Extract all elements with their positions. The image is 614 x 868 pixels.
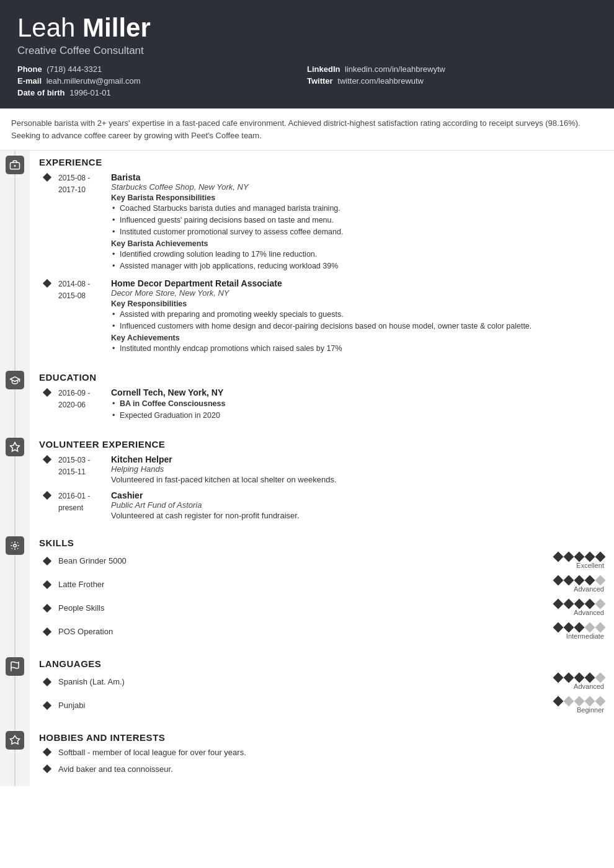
twitter-label: Twitter	[307, 76, 333, 86]
vol-date-end-1: 2015-11	[58, 466, 111, 478]
lang-level-2: Beginner	[554, 706, 604, 714]
skills-title: SKILLS	[36, 538, 604, 548]
skill-bullet-2	[36, 582, 58, 588]
svg-marker-3	[11, 442, 20, 451]
institution-name: Cornell Tech, New York, NY	[111, 388, 604, 397]
dot	[574, 672, 585, 683]
vol-bullet-2	[36, 490, 58, 520]
phone-contact: Phone (718) 444-3321	[17, 64, 307, 74]
lang-level-1: Advanced	[554, 683, 604, 690]
svg-marker-6	[11, 735, 20, 744]
experience-entry-1: 2015-08 - 2017-10 Barista Starbucks Coff…	[36, 172, 604, 272]
dates-1: 2015-08 - 2017-10	[58, 172, 111, 272]
summary-section: Personable barista with 2+ years' expert…	[0, 108, 614, 151]
edu-date-start: 2016-09 -	[58, 388, 111, 399]
skill-rating-3: Advanced	[554, 600, 604, 616]
languages-title: LANGUAGES	[36, 658, 604, 669]
volunteer-entry-1: 2015-03 - 2015-11 Kitchen Helper Helping…	[36, 454, 604, 484]
dot	[553, 598, 564, 609]
last-name: Miller	[82, 13, 151, 42]
skill-row-3: People Skills Advanced	[36, 600, 604, 616]
diamond-icon	[43, 173, 51, 182]
dob-contact: Date of birth 1996-01-01	[17, 88, 307, 97]
bullet-item: Assisted manager with job applications, …	[111, 260, 604, 272]
dot	[564, 622, 574, 632]
date-end-2: 2015-08	[58, 290, 111, 302]
education-section: EDUCATION 2016-09 - 2020-06 Cornell Tech…	[0, 366, 614, 433]
phone-label: Phone	[17, 64, 42, 74]
skill-row-4: POS Operation Intermediate	[36, 624, 604, 640]
vol-content-1: Kitchen Helper Helping Hands Volunteered…	[111, 454, 604, 484]
dot	[553, 551, 564, 562]
volunteer-icon	[6, 438, 24, 456]
diamond-icon	[43, 764, 51, 773]
email-contact: E-mail leah.millerutw@gmail.com	[17, 76, 307, 86]
vol-title-2: Cashier	[111, 490, 604, 500]
hobbies-section: HOBBIES AND INTERESTS Softball - member …	[0, 726, 614, 786]
skills-section: SKILLS Bean Grinder 5000 Excellent	[0, 531, 614, 652]
lang-bullet-1	[36, 679, 58, 685]
experience-left-bar	[0, 151, 30, 366]
bullet-item: Expected Graduation in 2020	[111, 410, 604, 422]
skill-bullet-3	[36, 605, 58, 611]
svg-point-4	[14, 544, 17, 547]
linkedin-value: linkedin.com/in/leahbrewytw	[345, 64, 445, 74]
job-title-2: Home Decor Department Retail Associate	[111, 278, 604, 288]
dot	[585, 575, 595, 585]
contact-grid: Phone (718) 444-3321 LinkedIn linkedin.c…	[17, 64, 597, 97]
sub-title-1b: Key Barista Achievements	[111, 239, 604, 248]
rating-dots-1	[554, 553, 604, 560]
bullets-1b: Identified crowding solution leading to …	[111, 249, 604, 272]
skills-content: SKILLS Bean Grinder 5000 Excellent	[30, 531, 614, 652]
dot	[585, 551, 595, 562]
experience-title: EXPERIENCE	[36, 157, 604, 167]
dot	[574, 598, 585, 609]
vol-date-start-1: 2015-03 -	[58, 454, 111, 466]
content-2: Home Decor Department Retail Associate D…	[111, 278, 604, 355]
bullet-item: Instituted monthly endcap promotions whi…	[111, 343, 604, 355]
dot	[564, 575, 574, 585]
dot	[574, 622, 585, 632]
vol-content-2: Cashier Public Art Fund of Astoria Volun…	[111, 490, 604, 520]
education-title: EDUCATION	[36, 372, 604, 383]
edu-dates: 2016-09 - 2020-06	[58, 388, 111, 422]
volunteer-left-bar	[0, 433, 30, 531]
languages-left-bar	[0, 652, 30, 726]
lang-rating-2: Beginner	[554, 698, 604, 714]
linkedin-contact: LinkedIn linkedin.com/in/leahbrewytw	[307, 64, 597, 74]
dot	[595, 622, 606, 632]
sub-title-2a: Key Responsibilities	[111, 299, 604, 308]
dates-2: 2014-08 - 2015-08	[58, 278, 111, 355]
education-content: EDUCATION 2016-09 - 2020-06 Cornell Tech…	[30, 366, 614, 433]
experience-section: EXPERIENCE 2015-08 - 2017-10 Barista Sta…	[0, 151, 614, 366]
hobby-bullet-2	[36, 766, 58, 772]
volunteer-section: VOLUNTEER EXPERIENCE 2015-03 - 2015-11 K…	[0, 433, 614, 531]
diamond-icon	[43, 604, 51, 613]
volunteer-entry-2: 2016-01 - present Cashier Public Art Fun…	[36, 490, 604, 520]
hobby-bullet-1	[36, 749, 58, 755]
vol-dates-2: 2016-01 - present	[58, 490, 111, 520]
vol-desc-2: Volunteered at cash register for non-pro…	[111, 511, 604, 520]
email-label: E-mail	[17, 76, 42, 86]
resume-header: Leah Miller Creative Coffee Consultant P…	[0, 0, 614, 108]
skill-rating-1: Excellent	[554, 553, 604, 569]
bullet-item: Influenced guests' pairing decisions bas…	[111, 215, 604, 226]
hobbies-title: HOBBIES AND INTERESTS	[36, 732, 604, 743]
experience-icon	[6, 156, 24, 174]
diamond-icon	[43, 279, 51, 288]
skill-level-1: Excellent	[554, 562, 604, 569]
skill-name-1: Bean Grinder 5000	[58, 556, 554, 565]
lang-row-2: Punjabi Beginner	[36, 698, 604, 714]
summary-text: Personable barista with 2+ years' expert…	[11, 118, 581, 140]
vol-date-end-2: present	[58, 502, 111, 514]
dot	[595, 672, 606, 683]
sub-title-1a: Key Barista Responsibilities	[111, 193, 604, 202]
dot	[595, 598, 606, 609]
diamond-icon	[43, 627, 51, 636]
dot	[564, 696, 574, 706]
diamond-icon	[43, 388, 51, 397]
vol-desc-1: Volunteered in fast-paced kitchen at loc…	[111, 475, 604, 484]
edu-date-end: 2020-06	[58, 399, 111, 411]
job-title-1: Barista	[111, 172, 604, 182]
rating-dots-2	[554, 577, 604, 584]
